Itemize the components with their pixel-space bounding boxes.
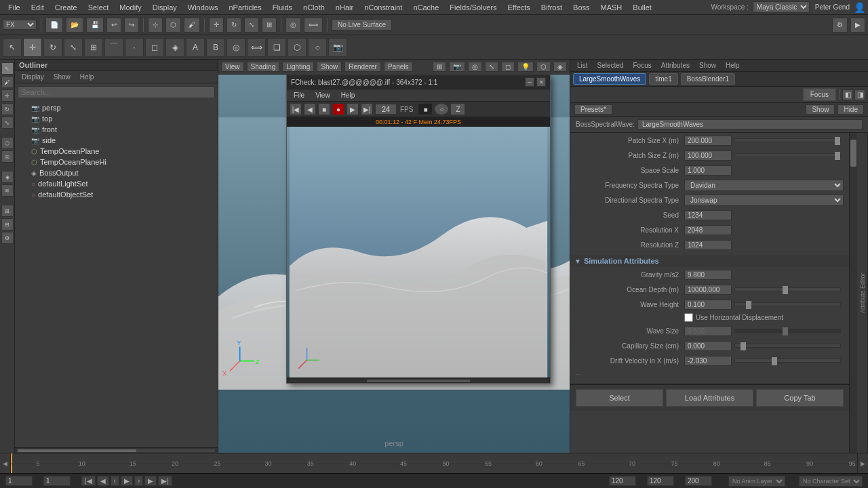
ocean-depth-input[interactable] [684, 285, 732, 295]
fcheck-next-end[interactable]: ▶| [361, 103, 373, 115]
tool-soft[interactable]: ◎ [1, 150, 14, 163]
list-tab[interactable]: List [573, 61, 592, 70]
new-scene-btn[interactable]: 📄 [45, 18, 63, 33]
anim-layer-dropdown[interactable]: No Anim Layer [728, 476, 785, 487]
undo-btn[interactable]: ↩ [106, 18, 121, 33]
menu-boss[interactable]: Boss [568, 2, 595, 13]
vp-icon-4[interactable]: ⤡ [485, 62, 498, 72]
outliner-item-tempocean[interactable]: ⬡ TempOceanPlane [26, 146, 218, 157]
move-icon-btn[interactable]: ✛ [23, 38, 42, 57]
vp-icon-6[interactable]: 💡 [517, 62, 534, 72]
menu-nconstraint[interactable]: nConstraint [359, 2, 408, 13]
icon-snap-point[interactable]: · [125, 38, 144, 57]
frame-200-input[interactable] [685, 476, 712, 486]
menu-select[interactable]: Select [83, 2, 115, 13]
tool-scale[interactable]: ⤡ [1, 117, 14, 129]
frame-120-input[interactable] [609, 476, 636, 486]
menu-ncache[interactable]: nCache [408, 2, 444, 13]
load-attributes-button[interactable]: Load Attributes [666, 389, 753, 407]
icon-a[interactable]: A [186, 38, 205, 57]
outliner-item-defaultobjectset[interactable]: ○ defaultObjectSet [26, 189, 218, 200]
mode-dropdown[interactable]: FX [3, 20, 37, 30]
copy-tab-button[interactable]: Copy Tab [756, 389, 844, 407]
tab-boss-blender1[interactable]: BossBlender1 [681, 73, 735, 85]
timeline[interactable]: ◀ 5 10 15 20 25 30 35 40 45 50 55 60 65 [0, 453, 868, 473]
res-z-input[interactable] [684, 240, 732, 250]
icon-soft[interactable]: ◎ [226, 38, 245, 57]
icon-b[interactable]: B [206, 38, 225, 57]
menu-ncloth[interactable]: nCloth [298, 2, 330, 13]
vp-show-menu[interactable]: Show [317, 62, 342, 72]
redo-btn[interactable]: ↪ [124, 18, 139, 33]
vp-view-menu[interactable]: View [221, 62, 244, 72]
fcheck-menu-view[interactable]: View [311, 91, 334, 100]
outliner-item-top[interactable]: 📷 top [26, 113, 218, 124]
vp-renderer-menu[interactable]: Renderer [344, 62, 381, 72]
fcheck-prev-start[interactable]: |◀ [290, 103, 302, 115]
menu-nhair[interactable]: nHair [330, 2, 359, 13]
rotate-btn[interactable]: ↻ [226, 18, 241, 33]
outliner-scrollbar[interactable] [15, 447, 218, 453]
res-x-input[interactable] [684, 225, 732, 235]
drift-vel-input[interactable] [684, 356, 732, 366]
menu-create[interactable]: Create [50, 2, 83, 13]
vp-icon-1[interactable]: ⊞ [433, 62, 446, 72]
fcheck-display-circle[interactable]: ○ [434, 103, 449, 115]
horiz-disp-checkbox[interactable] [684, 313, 693, 322]
menu-edit[interactable]: Edit [26, 2, 50, 13]
icon-group[interactable]: ⬡ [288, 38, 307, 57]
vp-icon-5[interactable]: ◻ [501, 62, 515, 72]
scale-icon-btn[interactable]: ⤡ [64, 38, 83, 57]
manip-btn[interactable]: ⊞ [262, 18, 277, 33]
menu-bifrost[interactable]: Bifrost [536, 2, 568, 13]
tool-select[interactable]: ↖ [1, 62, 14, 75]
select-btn[interactable]: ⊹ [148, 18, 163, 33]
vp-lighting-menu[interactable]: Lighting [282, 62, 314, 72]
outliner-item-bossoutput[interactable]: ◈ BossOutput [26, 167, 218, 178]
space-scale-input[interactable] [684, 165, 732, 176]
scroll-thumb[interactable] [850, 140, 856, 167]
select-icon-btn[interactable]: ↖ [3, 38, 22, 57]
symmetry-btn[interactable]: ⟺ [304, 18, 323, 33]
tool-rotate[interactable]: ↻ [1, 103, 14, 115]
icon-snap-surface[interactable]: ◻ [145, 38, 164, 57]
outliner-item-defaultlightset[interactable]: ○ defaultLightSet [26, 178, 218, 189]
scale-btn[interactable]: ⤡ [244, 18, 259, 33]
vp-icon-3[interactable]: ◎ [468, 62, 482, 72]
search-input[interactable] [18, 86, 215, 98]
fcheck-close-btn[interactable]: ✕ [536, 77, 546, 87]
tool-smooth[interactable]: ≋ [1, 184, 14, 197]
outliner-item-tempoceanhi[interactable]: ⬡ TempOceanPlaneHi [26, 157, 218, 167]
workspace-dropdown[interactable]: Maya Classic [753, 1, 810, 13]
menu-fields[interactable]: Fields/Solvers [444, 2, 502, 13]
patch-size-x-slider[interactable] [734, 138, 841, 142]
icon-snap-grid[interactable]: ⊞ [84, 38, 103, 57]
open-btn[interactable]: 📂 [66, 18, 83, 33]
icon-dupe[interactable]: ❑ [267, 38, 286, 57]
outliner-tab-display[interactable]: Display [18, 73, 48, 81]
expand-btn[interactable]: ◨ [854, 89, 865, 100]
presets-btn[interactable]: Presets* [574, 104, 612, 115]
render-settings-btn[interactable]: ⚙ [832, 18, 848, 33]
outliner-item-front[interactable]: 📷 front [26, 124, 218, 135]
fcheck-menu-help[interactable]: Help [337, 91, 359, 100]
gravity-input[interactable] [684, 270, 732, 280]
ocean-depth-slider[interactable] [734, 287, 841, 291]
vp-icon-8[interactable]: ◈ [553, 62, 567, 72]
tool-sculpt[interactable]: ◈ [1, 171, 14, 183]
tab-large-smooth-waves[interactable]: LargeSmoothWaves [573, 73, 646, 85]
menu-mash[interactable]: MASH [595, 2, 628, 13]
tool-lasso[interactable]: ⬡ [1, 137, 14, 149]
tool-settings[interactable]: ⚙ [1, 232, 14, 244]
tab-time1[interactable]: time1 [649, 73, 677, 85]
fcheck-minimize-btn[interactable]: ─ [525, 77, 534, 87]
icon-mirror[interactable]: ⟺ [247, 38, 266, 57]
play-btn[interactable]: ▶ [121, 476, 133, 486]
play-prev-frame-btn[interactable]: ‹ [111, 476, 119, 486]
vp-icon-2[interactable]: 📷 [449, 62, 465, 72]
outliner-item-persp[interactable]: 📷 persp [26, 102, 218, 113]
help-nav-tab[interactable]: Help [722, 61, 744, 70]
fcheck-prev[interactable]: ◀ [304, 103, 316, 115]
play-next-frame-btn[interactable]: › [134, 476, 143, 486]
focus-tab[interactable]: Focus [629, 61, 655, 70]
